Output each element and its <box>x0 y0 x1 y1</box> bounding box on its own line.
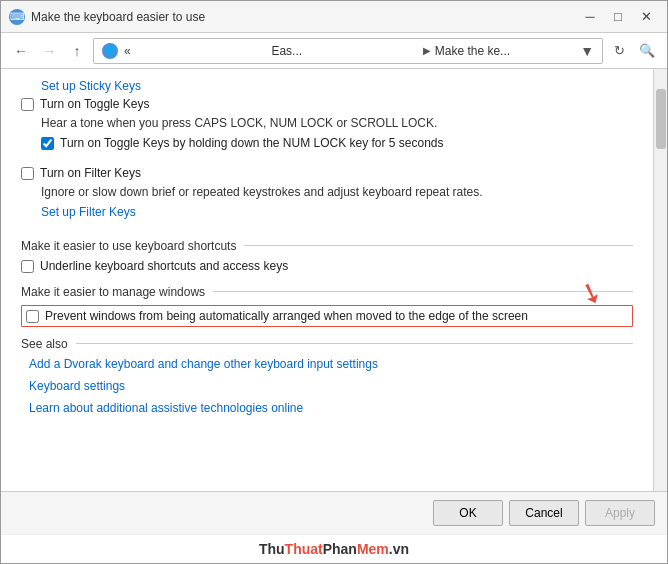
filter-keys-description: Ignore or slow down brief or repeated ke… <box>41 184 633 201</box>
search-button[interactable]: 🔍 <box>635 39 659 63</box>
main-window: ⌨ Make the keyboard easier to use ─ □ ✕ … <box>0 0 668 564</box>
assistive-technologies-link[interactable]: Learn about additional assistive technol… <box>29 401 303 415</box>
see-also-label: See also <box>21 337 633 351</box>
underline-shortcuts-row: Underline keyboard shortcuts and access … <box>21 259 633 273</box>
prevent-windows-row: Prevent windows from being automatically… <box>21 305 633 327</box>
scrollbar-thumb[interactable] <box>656 89 666 149</box>
toggle-keys-sub-row: Turn on Toggle Keys by holding down the … <box>41 136 633 150</box>
breadcrumb-make: Make the ke... <box>435 44 580 58</box>
manage-windows-label: Make it easier to manage windows <box>21 285 633 299</box>
prevent-windows-label[interactable]: Prevent windows from being automatically… <box>45 309 528 323</box>
forward-button[interactable]: → <box>37 39 61 63</box>
apply-button[interactable]: Apply <box>585 500 655 526</box>
setup-sticky-keys-link[interactable]: Set up Sticky Keys <box>41 79 141 93</box>
watermark-phan: Phan <box>323 541 357 557</box>
close-button[interactable]: ✕ <box>633 6 659 28</box>
watermark-text: ThuThuatPhanMem.vn <box>259 541 409 557</box>
back-button[interactable]: ← <box>9 39 33 63</box>
filter-keys-checkbox[interactable] <box>21 167 34 180</box>
ok-button[interactable]: OK <box>433 500 503 526</box>
toggle-keys-description: Hear a tone when you press CAPS LOCK, NU… <box>41 115 633 132</box>
prevent-windows-checkbox[interactable] <box>26 310 39 323</box>
keyboard-shortcuts-section: Make it easier to use keyboard shortcuts… <box>21 239 633 273</box>
cancel-button[interactable]: Cancel <box>509 500 579 526</box>
toggle-keys-group: Turn on Toggle Keys Hear a tone when you… <box>21 97 633 150</box>
underline-shortcuts-label[interactable]: Underline keyboard shortcuts and access … <box>40 259 288 273</box>
address-dropdown-arrow[interactable]: ▼ <box>580 43 594 59</box>
content-area: Set up Sticky Keys Turn on Toggle Keys H… <box>1 69 667 491</box>
keyboard-shortcuts-label: Make it easier to use keyboard shortcuts <box>21 239 633 253</box>
watermark-mem: Mem <box>357 541 389 557</box>
address-field[interactable]: 🌐 « Eas... ▶ Make the ke... ▼ <box>93 38 603 64</box>
toggle-keys-sub-label[interactable]: Turn on Toggle Keys by holding down the … <box>60 136 444 150</box>
footer: OK Cancel Apply <box>1 491 667 534</box>
refresh-button[interactable]: ↻ <box>607 39 631 63</box>
watermark-vn: .vn <box>389 541 409 557</box>
window-controls: ─ □ ✕ <box>577 6 659 28</box>
watermark: ThuThuatPhanMem.vn <box>1 534 667 563</box>
manage-windows-section: Make it easier to manage windows ➘ Preve… <box>21 285 633 327</box>
breadcrumb-part1: « <box>124 44 269 58</box>
globe-icon: 🌐 <box>102 43 118 59</box>
window-title: Make the keyboard easier to use <box>31 10 577 24</box>
filter-keys-label[interactable]: Turn on Filter Keys <box>40 166 141 180</box>
breadcrumb-easy: Eas... <box>271 44 416 58</box>
window-icon: ⌨ <box>9 9 25 25</box>
address-bar: ← → ↑ 🌐 « Eas... ▶ Make the ke... ▼ ↻ 🔍 <box>1 33 667 69</box>
see-also-links: Add a Dvorak keyboard and change other k… <box>29 357 633 419</box>
toggle-keys-checkbox[interactable] <box>21 98 34 111</box>
setup-filter-keys-link[interactable]: Set up Filter Keys <box>41 205 136 219</box>
watermark-thu: Thu <box>259 541 285 557</box>
dvorak-link[interactable]: Add a Dvorak keyboard and change other k… <box>29 357 378 371</box>
up-button[interactable]: ↑ <box>65 39 89 63</box>
toggle-keys-row: Turn on Toggle Keys <box>21 97 633 111</box>
prevent-windows-container: ➘ Prevent windows from being automatical… <box>21 305 633 327</box>
filter-keys-group: Turn on Filter Keys Ignore or slow down … <box>21 166 633 223</box>
toggle-keys-sub-checkbox[interactable] <box>41 137 54 150</box>
breadcrumb-separator: ▶ <box>423 45 431 56</box>
maximize-button[interactable]: □ <box>605 6 631 28</box>
underline-shortcuts-checkbox[interactable] <box>21 260 34 273</box>
keyboard-settings-link[interactable]: Keyboard settings <box>29 379 125 393</box>
see-also-section: See also Add a Dvorak keyboard and chang… <box>21 337 633 419</box>
filter-keys-row: Turn on Filter Keys <box>21 166 633 180</box>
minimize-button[interactable]: ─ <box>577 6 603 28</box>
title-bar: ⌨ Make the keyboard easier to use ─ □ ✕ <box>1 1 667 33</box>
toggle-keys-label[interactable]: Turn on Toggle Keys <box>40 97 149 111</box>
watermark-thuat: Thuat <box>285 541 323 557</box>
main-content: Set up Sticky Keys Turn on Toggle Keys H… <box>1 69 653 491</box>
scrollbar[interactable] <box>653 69 667 491</box>
